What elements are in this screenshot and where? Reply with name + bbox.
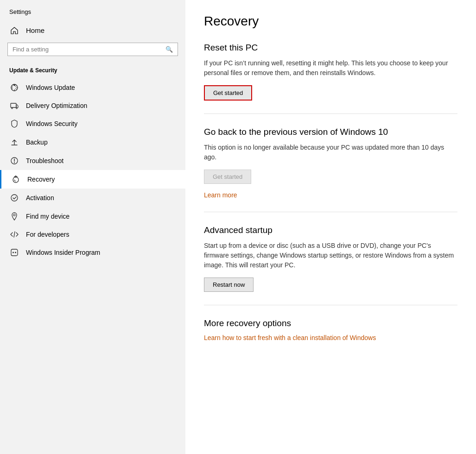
svg-rect-0 [11,103,16,107]
go-back-title: Go back to the previous version of Windo… [204,127,457,137]
app-title: Settings [0,0,185,22]
more-recovery-title: More recovery options [204,318,457,328]
developers-icon [9,231,19,238]
update-icon [9,83,19,92]
section-more-recovery: More recovery options Learn how to start… [204,318,457,341]
sidebar-item-label: Find my device [26,213,70,220]
troubleshoot-icon [9,157,19,165]
activation-icon [9,194,19,202]
sidebar-item-windows-insider[interactable]: Windows Insider Program [0,243,185,262]
go-back-get-started-button: Get started [204,170,251,184]
reset-pc-get-started-button[interactable]: Get started [204,85,252,101]
page-title: Recovery [204,14,457,29]
advanced-startup-desc: Start up from a device or disc (such as … [204,241,457,270]
svg-rect-7 [11,249,18,256]
restart-now-button[interactable]: Restart now [204,277,254,292]
svg-point-4 [13,177,19,183]
sidebar-item-for-developers[interactable]: For developers [0,226,185,243]
sidebar-item-label: Windows Update [26,84,75,91]
sidebar-item-label: Activation [26,194,54,202]
svg-point-8 [13,252,14,253]
sidebar-item-activation[interactable]: Activation [0,189,185,207]
home-label: Home [26,26,44,34]
search-box[interactable]: 🔍 [7,43,178,56]
sidebar-item-label: Windows Insider Program [26,249,100,256]
sidebar-item-label: Troubleshoot [26,157,63,164]
recovery-icon [11,175,21,183]
sidebar-item-windows-security[interactable]: Windows Security [0,114,185,133]
security-icon [9,120,19,128]
sidebar-item-label: Recovery [27,176,55,183]
main-content: Recovery Reset this PC If your PC isn’t … [185,0,476,454]
sidebar-item-label: Backup [26,139,48,146]
divider-2 [204,212,457,212]
sidebar-item-troubleshoot[interactable]: Troubleshoot [0,151,185,170]
find-device-icon [9,212,19,221]
divider-3 [204,305,457,305]
reset-pc-desc: If your PC isn’t running well, resetting… [204,58,457,78]
svg-point-1 [12,107,13,109]
sidebar-item-delivery-optimization[interactable]: Delivery Optimization [0,97,185,114]
go-back-learn-more-link[interactable]: Learn more [204,191,237,199]
insider-icon [9,248,19,257]
sidebar-item-label: For developers [26,231,69,238]
svg-point-5 [11,195,18,201]
section-label: Update & Security [0,63,185,78]
section-reset-pc: Reset this PC If your PC isn’t running w… [204,43,457,101]
divider-1 [204,114,457,114]
sidebar-item-find-my-device[interactable]: Find my device [0,207,185,226]
go-back-desc: This option is no longer available becau… [204,143,457,162]
advanced-startup-title: Advanced startup [204,225,457,235]
delivery-icon [9,102,19,109]
search-input[interactable] [13,46,165,53]
sidebar-item-label: Delivery Optimization [26,102,87,109]
search-icon: 🔍 [165,46,173,53]
sidebar-item-backup[interactable]: Backup [0,133,185,151]
sidebar-item-windows-update[interactable]: Windows Update [0,78,185,97]
home-icon [9,27,19,34]
backup-icon [9,138,19,146]
sidebar-item-recovery[interactable]: Recovery [0,170,185,189]
sidebar: Settings Home 🔍 Update & Security Window… [0,0,185,454]
section-advanced-startup: Advanced startup Start up from a device … [204,225,457,292]
clean-install-link[interactable]: Learn how to start fresh with a clean in… [204,334,376,341]
sidebar-nav: Windows Update Delivery Optimization Win… [0,78,185,262]
section-go-back: Go back to the previous version of Windo… [204,127,457,199]
sidebar-item-label: Windows Security [26,120,77,127]
svg-point-9 [15,252,16,253]
sidebar-home[interactable]: Home [0,22,185,39]
svg-point-2 [16,107,18,109]
reset-pc-title: Reset this PC [204,43,457,53]
svg-point-6 [13,214,15,216]
